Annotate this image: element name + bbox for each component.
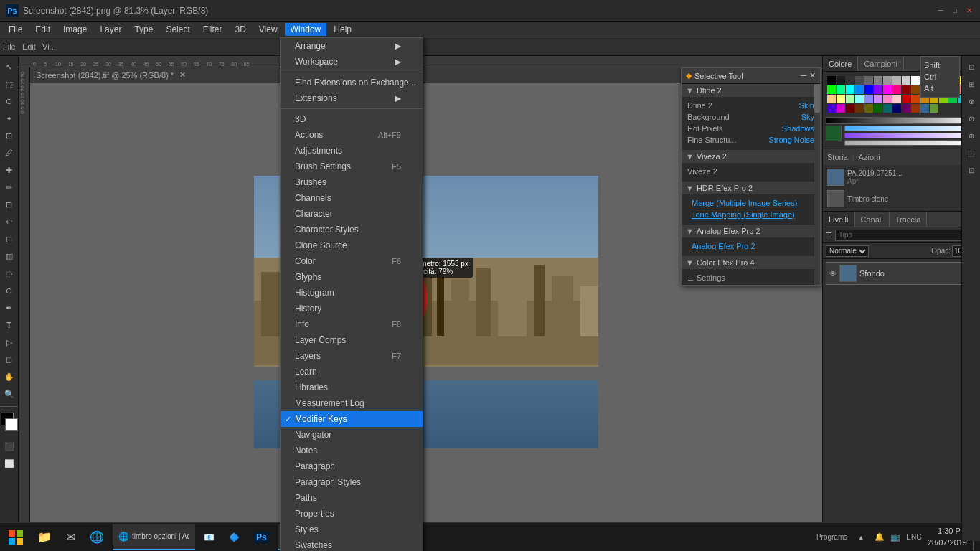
close-button[interactable]: ✕ xyxy=(964,6,974,16)
taskbar-blender[interactable]: 🔷 xyxy=(223,524,245,550)
tool-move[interactable]: ↖ xyxy=(1,59,17,75)
swatch-cell-6[interactable] xyxy=(883,76,892,85)
hdr-action-merge[interactable]: Merge (Multiple Image Series) xyxy=(687,197,814,209)
canvas-tab-close[interactable]: ✕ xyxy=(179,70,186,80)
swatch-cell-1[interactable] xyxy=(837,76,845,85)
dd-swatches[interactable]: Swatches xyxy=(281,537,423,551)
slider-3[interactable] xyxy=(844,140,977,146)
tab-storia[interactable]: Storia xyxy=(827,153,848,161)
swatch-cell-23[interactable] xyxy=(892,85,901,94)
taskbar-item-2[interactable]: 📧 xyxy=(198,524,220,550)
swatch-cell-37[interactable] xyxy=(874,95,882,103)
swatch-cell-17[interactable] xyxy=(837,85,845,94)
tool-screen-mode[interactable]: ⬜ xyxy=(1,456,17,471)
menu-layer[interactable]: Layer xyxy=(94,23,127,36)
swatch-cell-19[interactable] xyxy=(855,85,864,94)
tool-pen[interactable]: ✒ xyxy=(1,300,17,316)
tool-select-rect[interactable]: ⬚ xyxy=(1,76,17,92)
taskbar-explorer[interactable]: 📁 xyxy=(32,524,57,550)
swatch-cell-59[interactable] xyxy=(930,104,938,113)
swatch-cell-40[interactable] xyxy=(902,95,910,103)
maximize-button[interactable]: □ xyxy=(950,6,960,16)
swatch-cell-53[interactable] xyxy=(874,104,882,113)
layer-blend-mode[interactable]: Normale xyxy=(826,245,869,257)
swatch-cell-4[interactable] xyxy=(864,76,873,85)
swatch-cell-54[interactable] xyxy=(883,104,892,113)
dd-history[interactable]: History xyxy=(281,301,423,316)
st-section-viveza2-header[interactable]: ▼ Viveza 2 xyxy=(682,150,820,163)
dd-layers[interactable]: Layers F7 xyxy=(281,348,423,364)
dd-3d[interactable]: 3D xyxy=(281,111,423,127)
swatch-cell-32[interactable] xyxy=(827,95,836,103)
menu-view[interactable]: View xyxy=(253,23,283,36)
right-icon-1[interactable]: ⊡ xyxy=(963,59,979,75)
dd-brush-settings[interactable]: Brush Settings F5 xyxy=(281,159,423,174)
taskbar-notify-up[interactable]: ▲ xyxy=(853,529,869,545)
color-tab-campioni[interactable]: Campioni xyxy=(858,56,903,71)
tool-path-select[interactable]: ▷ xyxy=(1,334,17,350)
st-section-dfine2-header[interactable]: ▼ Dfine 2 xyxy=(682,84,820,97)
dd-actions[interactable]: Actions Alt+F9 xyxy=(281,127,423,143)
tool-eraser[interactable]: ◻ xyxy=(1,231,17,247)
tool-zoom[interactable]: 🔍 xyxy=(1,386,17,402)
tool-heal[interactable]: ✚ xyxy=(1,162,17,178)
right-icon-4[interactable]: ⊙ xyxy=(963,110,979,126)
tool-lasso[interactable]: ⊙ xyxy=(1,93,17,109)
hdr-action-tone[interactable]: Tone Mapping (Single Image) xyxy=(687,209,814,220)
swatch-cell-58[interactable] xyxy=(920,104,929,113)
dd-channels[interactable]: Channels xyxy=(281,190,423,206)
swatch-cell-16[interactable] xyxy=(827,85,836,94)
swatch-cell-9[interactable] xyxy=(911,76,920,85)
color-preview-box[interactable] xyxy=(826,126,842,141)
swatch-cell-18[interactable] xyxy=(846,85,854,94)
settings-label[interactable]: Settings xyxy=(697,273,725,282)
layer-search-input[interactable] xyxy=(835,230,977,241)
menu-type[interactable]: Type xyxy=(128,23,159,36)
swatch-cell-33[interactable] xyxy=(837,95,845,103)
swatch-cell-48[interactable] xyxy=(827,104,836,113)
dd-layer-comps[interactable]: Layer Comps xyxy=(281,332,423,348)
taskbar-firefox[interactable]: 🌐 xyxy=(84,524,110,550)
dd-color[interactable]: Color F6 xyxy=(281,253,423,269)
dd-glyphs[interactable]: Glyphs xyxy=(281,269,423,285)
right-icon-3[interactable]: ⊗ xyxy=(963,93,979,109)
tool-history-brush[interactable]: ↩ xyxy=(1,214,17,230)
tab-canali[interactable]: Canali xyxy=(855,212,890,227)
taskbar-start-button[interactable] xyxy=(3,524,29,550)
history-item-1[interactable]: PA.2019.07251... Apr xyxy=(824,166,979,188)
tool-type[interactable]: T xyxy=(1,317,17,333)
swatch-cell-34[interactable] xyxy=(846,95,854,103)
dd-libraries[interactable]: Libraries xyxy=(281,380,423,395)
st-section-hdr-header[interactable]: ▼ HDR Efex Pro 2 xyxy=(682,182,820,194)
dd-modifier-keys[interactable]: Modifier Keys xyxy=(281,411,423,427)
st-section-colorefex-header[interactable]: ▼ Color Efex Pro 4 xyxy=(682,256,820,269)
dd-extensions[interactable]: Extensions▶ xyxy=(281,90,423,106)
swatch-cell-39[interactable] xyxy=(892,95,901,103)
dd-brushes[interactable]: Brushes xyxy=(281,174,423,190)
swatch-cell-5[interactable] xyxy=(874,76,882,85)
swatch-cell-25[interactable] xyxy=(911,85,920,94)
right-icon-7[interactable]: ⊡ xyxy=(963,162,979,178)
background-color[interactable] xyxy=(5,418,18,431)
minimize-button[interactable]: ─ xyxy=(936,6,946,16)
swatch-cell-8[interactable] xyxy=(902,76,910,85)
dd-character-styles[interactable]: Character Styles xyxy=(281,222,423,237)
tool-eyedropper[interactable]: 🖊 xyxy=(1,145,17,161)
swatch-cell-49[interactable] xyxy=(837,104,845,113)
history-item-2[interactable]: Timbro clone xyxy=(824,188,979,209)
swatch-cell-57[interactable] xyxy=(911,104,920,113)
slider-1[interactable] xyxy=(844,126,977,131)
taskbar-projector-icon[interactable]: 📺 xyxy=(890,532,900,542)
tab-azioni[interactable]: Azioni xyxy=(859,153,880,161)
tool-gradient[interactable]: ▥ xyxy=(1,248,17,264)
taskbar-email[interactable]: ✉ xyxy=(60,524,81,550)
dd-adjustments[interactable]: Adjustments xyxy=(281,143,423,159)
taskbar-notifications-icon[interactable]: 🔔 xyxy=(875,532,885,542)
menu-file[interactable]: File xyxy=(3,23,28,36)
tool-shape[interactable]: ◻ xyxy=(1,352,17,367)
slider-2[interactable] xyxy=(844,133,977,138)
selective-tool-minimize[interactable]: ─ xyxy=(801,71,806,80)
dd-properties[interactable]: Properties xyxy=(281,506,423,522)
color-tab-colore[interactable]: Colore xyxy=(823,56,858,71)
dd-info[interactable]: Info F8 xyxy=(281,316,423,332)
